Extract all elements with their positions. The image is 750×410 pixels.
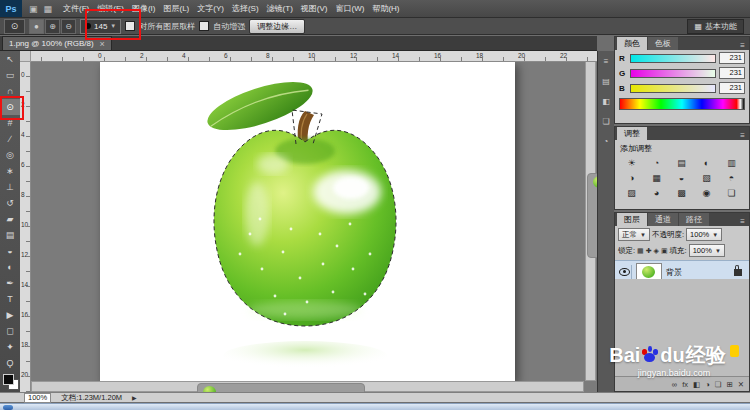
adjustment-preset-icon[interactable]: ☀ [619,155,644,170]
collapsed-panel-icon[interactable]: ◧ [598,91,614,111]
collapsed-panel-icon[interactable]: ◔ [598,131,614,151]
tab-channels[interactable]: 通道 [648,213,678,226]
new-adjustment-layer-icon[interactable]: ◑ [705,380,710,389]
red-channel-slider[interactable] [630,54,716,63]
blend-mode-select[interactable]: 正常 ▼ [618,228,650,241]
close-icon[interactable]: × [100,39,105,49]
panel-menu-icon[interactable]: ≡ [736,41,749,50]
new-selection-mode-button[interactable]: ● [29,19,44,34]
collapsed-panel-icon[interactable]: ▤ [598,71,614,91]
red-channel-value[interactable]: 231 [719,52,745,64]
refine-edge-button[interactable]: 调整边缘… [249,19,305,34]
eyedropper-tool[interactable]: ∕ [0,131,20,147]
menu-item[interactable]: 帮助(H) [368,3,403,14]
brush-tool[interactable]: ∗ [0,163,20,179]
menu-item[interactable]: 文字(Y) [193,3,228,14]
horizontal-ruler[interactable]: 0246810121416182022 [20,51,597,62]
menu-item[interactable]: 图层(L) [159,3,193,14]
active-tool-icon[interactable]: ⊙ [4,19,25,34]
view-extras-icon[interactable]: ▦ [41,4,56,14]
add-layer-mask-icon[interactable]: ◧ [693,380,700,389]
sample-all-layers-label: 对所有图层取样 [139,21,195,32]
add-adjustment-label: 添加调整 [615,140,749,155]
blue-channel-value[interactable]: 231 [719,82,745,94]
menu-item[interactable]: 窗口(W) [332,3,369,14]
adjustment-preset-icon[interactable]: ▩ [669,185,694,200]
lock-icon[interactable]: ✚ [646,247,652,255]
path-selection-tool[interactable]: ▶ [0,307,20,323]
zoom-tool[interactable]: Ϙ [0,355,20,371]
auto-enhance-checkbox[interactable] [199,21,209,31]
lock-icon[interactable]: ▣ [661,247,668,255]
tab-paths[interactable]: 路径 [679,213,709,226]
collapsed-panel-icon[interactable]: ❏ [598,111,614,131]
new-layer-icon[interactable]: ⊞ [726,380,732,389]
horizontal-scrollbar[interactable] [31,381,584,392]
layer-visibility-toggle[interactable] [618,265,632,279]
lock-icon[interactable]: ◈ [654,247,659,255]
blur-tool[interactable]: ◒ [0,243,20,259]
v-ruler-label: 10 [21,221,28,228]
menu-item[interactable]: 视图(V) [297,3,332,14]
opacity-select[interactable]: 100% ▼ [686,228,722,241]
workspace-switcher-button[interactable]: ▦ 基本功能 [687,19,744,34]
adjustment-preset-icon[interactable]: ◔ [644,155,669,170]
new-group-icon[interactable]: ❏ [715,380,722,389]
dodge-tool[interactable]: ◐ [0,259,20,275]
adjustment-preset-icon[interactable]: ❏ [719,185,744,200]
collapsed-panel-icon[interactable]: ≡ [598,51,614,71]
pen-tool[interactable]: ✒ [0,275,20,291]
clone-stamp-tool[interactable]: ⊥ [0,179,20,195]
add-to-selection-mode-button[interactable]: ⊕ [45,19,60,34]
spot-healing-brush-tool[interactable]: ◎ [0,147,20,163]
rectangular-marquee-tool[interactable]: ▭ [0,67,20,83]
color-spectrum-ramp[interactable] [619,98,745,110]
ruler-origin-corner[interactable] [20,51,31,62]
baidu-jingyan-logo: Bai du 经验 [598,343,750,367]
adjustment-preset-icon[interactable]: ▥ [719,155,744,170]
adjustment-preset-icon[interactable]: ▤ [669,155,694,170]
panel-menu-icon[interactable]: ≡ [736,131,749,140]
gradient-tool[interactable]: ▤ [0,227,20,243]
adjustment-preset-icon[interactable]: ▧ [694,170,719,185]
document-canvas[interactable] [100,62,515,382]
shape-tool[interactable]: ◻ [0,323,20,339]
green-channel-value[interactable]: 231 [719,67,745,79]
delete-layer-icon[interactable]: ✕ [738,380,744,389]
launch-bridge-icon[interactable]: ▣ [26,4,41,14]
hand-tool[interactable]: ✦ [0,339,20,355]
adjustment-preset-icon[interactable]: ▦ [644,170,669,185]
green-channel-slider[interactable] [630,69,716,78]
menu-item[interactable]: 选择(S) [228,3,263,14]
adjustment-preset-icon[interactable]: ▨ [619,185,644,200]
zoom-level-field[interactable]: 100% [24,393,51,403]
layer-style-icon[interactable]: fx [682,380,688,389]
lock-icon[interactable]: ▦ [637,247,644,255]
move-tool[interactable]: ↖ [0,51,20,67]
panel-menu-icon[interactable]: ≡ [736,217,749,226]
windows-taskbar[interactable] [0,403,750,410]
subtract-from-selection-mode-button[interactable]: ⊖ [61,19,76,34]
menu-item[interactable]: 滤镜(T) [263,3,297,14]
lock-icon [734,269,742,276]
history-brush-tool[interactable]: ↺ [0,195,20,211]
tab-color[interactable]: 颜色 [617,37,647,50]
type-tool[interactable]: T [0,291,20,307]
fill-select[interactable]: 100% ▼ [689,244,725,257]
h-ruler-label: 2 [140,52,144,59]
eraser-tool[interactable]: ▰ [0,211,20,227]
adjustment-preset-icon[interactable]: ◉ [694,185,719,200]
blue-channel-slider[interactable] [630,84,716,93]
tab-adjustments[interactable]: 调整 [617,127,647,140]
status-expand-icon[interactable]: ▶ [132,394,137,401]
adjustment-preset-icon[interactable]: ◐ [694,155,719,170]
adjustment-preset-icon[interactable]: ◑ [619,170,644,185]
tab-layers[interactable]: 图层 [617,213,647,226]
foreground-color-swatch[interactable] [3,374,14,385]
tab-swatches[interactable]: 色板 [648,37,678,50]
vertical-scrollbar[interactable] [585,61,596,381]
link-layers-icon[interactable]: ∞ [672,380,677,389]
adjustment-preset-icon[interactable]: ◓ [719,170,744,185]
adjustment-preset-icon[interactable]: ◒ [669,170,694,185]
adjustment-preset-icon[interactable]: ◕ [644,185,669,200]
